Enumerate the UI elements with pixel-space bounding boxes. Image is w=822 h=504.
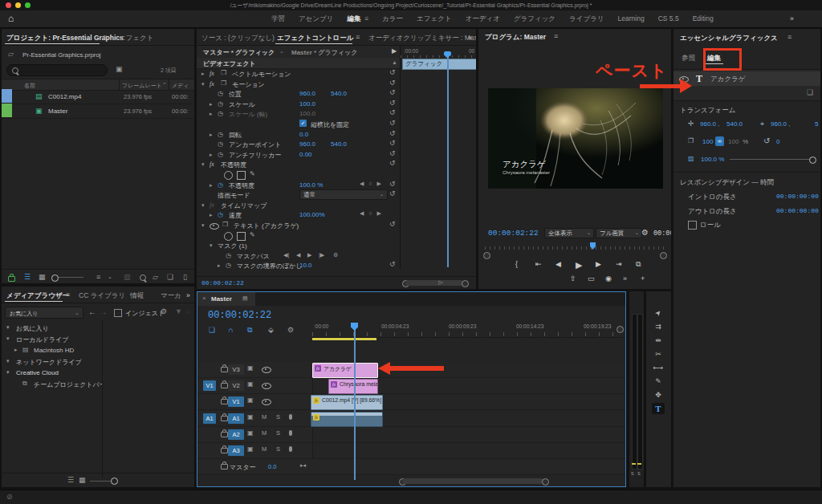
- scale-y-value[interactable]: 100: [728, 138, 739, 145]
- play-toggle-icon[interactable]: ▶: [392, 47, 397, 55]
- linked-selection-icon[interactable]: ⧉: [247, 326, 252, 335]
- find-icon[interactable]: [140, 274, 146, 281]
- twirl-open-icon[interactable]: ▾: [210, 242, 213, 249]
- stopwatch-icon[interactable]: ◷: [218, 151, 223, 158]
- program-scroll-left[interactable]: [483, 252, 490, 259]
- twirl-open-icon[interactable]: ▾: [201, 222, 205, 229]
- ingest-checkbox[interactable]: [114, 309, 122, 317]
- rect-mask-icon[interactable]: [237, 232, 246, 241]
- ec-graphic-clip[interactable]: グラフィック: [402, 59, 476, 70]
- workspace-menu-icon[interactable]: ≡: [365, 15, 369, 22]
- project-item-name[interactable]: Master: [48, 108, 67, 115]
- reset-param-icon[interactable]: ↺: [389, 119, 396, 127]
- ec-mini-timeline[interactable]: :00:00 00 グラフィック: [400, 46, 476, 270]
- track-output-icon[interactable]: [262, 367, 271, 373]
- sort-arrow-icon[interactable]: ⌃: [162, 82, 167, 88]
- reset-param-icon[interactable]: ↺: [389, 189, 396, 197]
- stopwatch-icon[interactable]: ◷: [226, 262, 231, 269]
- overflow-icon[interactable]: »: [623, 274, 627, 282]
- reset-param-icon[interactable]: ↺: [389, 159, 396, 167]
- solo-track-button[interactable]: S: [276, 430, 280, 437]
- reset-param-icon[interactable]: ↺: [389, 180, 396, 188]
- panel-overflow-icon[interactable]: »: [468, 34, 472, 42]
- param-value-1[interactable]: 960.0: [299, 90, 315, 97]
- twirl-closed-icon[interactable]: ▸: [210, 132, 213, 138]
- media-tree-item-ネットワークドライブ[interactable]: ▾ネットワークドライブ: [2, 356, 102, 367]
- sync-status-icon[interactable]: ⊘: [6, 493, 13, 501]
- ellipse-mask-icon[interactable]: [224, 171, 233, 180]
- type-tool[interactable]: T: [652, 403, 665, 414]
- panel-menu-icon[interactable]: ▤: [242, 295, 248, 301]
- tab-info[interactable]: 情報: [130, 291, 144, 301]
- param-value-1[interactable]: 100.0: [299, 110, 315, 117]
- track-lane[interactable]: [312, 427, 626, 442]
- anchor-x-value[interactable]: 960.0 ,: [771, 120, 790, 128]
- twirl-closed-icon[interactable]: ▸: [210, 212, 213, 218]
- layer-name[interactable]: アカクラゲ: [710, 75, 746, 84]
- master-track-value[interactable]: 0.0: [268, 463, 276, 470]
- search-bin-icon[interactable]: ▣: [116, 66, 123, 73]
- rotation-value[interactable]: 0: [776, 138, 779, 145]
- mask-tools-icon[interactable]: ⚙: [333, 252, 338, 258]
- intro-duration-value[interactable]: 00:00:00:00: [776, 193, 819, 200]
- work-area-bar[interactable]: [312, 338, 376, 340]
- track-target-V1[interactable]: V1: [228, 396, 244, 407]
- timeline-vscroll[interactable]: [616, 326, 624, 333]
- nest-sequence-icon[interactable]: ❏: [209, 326, 215, 334]
- directory-settings-icon[interactable]: ◌: [186, 308, 190, 315]
- workspace-tab-カラー[interactable]: カラー: [382, 14, 403, 24]
- search-input[interactable]: [6, 64, 108, 76]
- essential-graphics-title[interactable]: エッセンシャルグラフィックス: [680, 34, 778, 43]
- ec-param-モーション[interactable]: ▾fx❒モーション↺: [197, 79, 400, 89]
- stopwatch-icon[interactable]: ◷: [218, 110, 223, 117]
- ec-param-スケール[interactable]: ▸◷スケール100.0↺: [197, 99, 400, 109]
- clip-audio[interactable]: fx: [311, 412, 383, 427]
- program-video-frame[interactable]: アカクラゲ Chrysaora melanaster: [488, 88, 663, 189]
- sync-lock-icon[interactable]: ▣: [247, 381, 254, 388]
- tab-media-browser[interactable]: メディアブラウザー: [6, 291, 69, 301]
- new-bin-icon[interactable]: ▱: [153, 274, 158, 281]
- track-lock-icon[interactable]: [221, 416, 228, 421]
- ec-param-row16[interactable]: ✎: [197, 230, 400, 241]
- fit-clip-icon[interactable]: ▸◂: [300, 462, 306, 468]
- twirl-open-icon[interactable]: ▾: [201, 81, 205, 87]
- track-lane[interactable]: [312, 443, 626, 458]
- track-lock-icon[interactable]: [221, 399, 228, 404]
- twirl-icon[interactable]: ▾: [6, 358, 10, 364]
- blend-mode-dropdown[interactable]: 通常⌄: [299, 189, 388, 200]
- param-value-1[interactable]: 100.0: [299, 100, 315, 108]
- voiceover-record-icon[interactable]: [289, 414, 292, 420]
- keyframe-nav[interactable]: ◀ ○ ▶: [360, 181, 383, 187]
- tab-cc-libraries[interactable]: CC ライブラリ: [79, 291, 125, 301]
- source-patch-V1[interactable]: V1: [203, 380, 216, 391]
- razor-tool[interactable]: ✂: [652, 348, 665, 360]
- layer-row-text[interactable]: T アカクラゲ: [673, 71, 820, 86]
- checkbox-checked[interactable]: ✓: [299, 120, 307, 127]
- timeline-ruler[interactable]: :00:0000:00:04:2300:00:09:2300:00:14:230…: [312, 321, 625, 338]
- track-select-forward-tool[interactable]: ⇉: [652, 321, 665, 332]
- workspace-tab-Editing[interactable]: Editing: [693, 14, 714, 24]
- settings-wrench-icon[interactable]: ⚙: [641, 229, 649, 237]
- param-value-1[interactable]: 0.0: [299, 131, 308, 138]
- reset-param-icon[interactable]: ↺: [389, 139, 396, 147]
- workspace-tab-アセンブリ[interactable]: アセンブリ: [299, 14, 334, 24]
- media-tree-label[interactable]: ネットワークドライブ: [16, 358, 82, 367]
- reset-param-icon[interactable]: ↺: [389, 108, 396, 116]
- anchor-point-icon[interactable]: ⌖: [760, 120, 764, 128]
- twirl-icon[interactable]: ▾: [6, 324, 10, 331]
- outro-duration-value[interactable]: 00:00:00:00: [776, 207, 819, 214]
- media-tree-item-チームプロジェクトバージ[interactable]: ⧉チームプロジェクトバージ: [2, 378, 102, 389]
- project-row-C0012.mp4[interactable]: ▤C0012.mp423.976 fps00:00:: [2, 89, 194, 104]
- video-effects-section[interactable]: ビデオエフェクト: [203, 59, 256, 68]
- label-color-swatch[interactable]: [2, 89, 12, 103]
- track-output-icon[interactable]: [262, 383, 271, 389]
- twirl-closed-icon[interactable]: ▸: [218, 262, 221, 269]
- workspace-tab-編集[interactable]: 編集≡: [348, 14, 369, 24]
- ec-param-ベクトルモーション[interactable]: ▸fx❒ベクトルモーション↺: [197, 68, 400, 79]
- workspace-tab-CS 5.5[interactable]: CS 5.5: [658, 14, 679, 24]
- program-scrubber[interactable]: [485, 243, 665, 250]
- fx-badge-icon[interactable]: fx: [210, 161, 214, 168]
- reset-param-icon[interactable]: ↺: [389, 99, 396, 107]
- clip-Chrysaora mela[interactable]: fxChrysaora mela: [328, 379, 378, 394]
- ec-param-縦横比を固定[interactable]: ✓縦横比を固定↺: [197, 119, 400, 129]
